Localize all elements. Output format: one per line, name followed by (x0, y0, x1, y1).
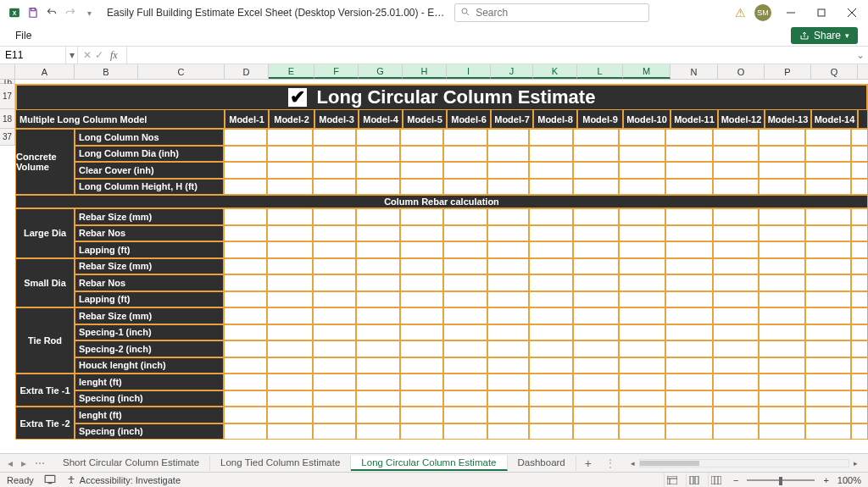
data-cell[interactable] (356, 162, 400, 179)
data-cell[interactable] (619, 291, 666, 308)
data-cell[interactable] (619, 162, 666, 179)
data-cell[interactable] (529, 374, 573, 390)
data-cell[interactable] (805, 340, 852, 357)
column-header-Q[interactable]: Q (811, 64, 858, 79)
data-cell[interactable] (487, 146, 530, 163)
data-cell[interactable] (356, 291, 400, 308)
data-cell[interactable] (400, 423, 444, 440)
share-button[interactable]: Share ▾ (791, 27, 858, 44)
data-cell[interactable] (573, 324, 619, 341)
data-cell[interactable] (805, 162, 852, 179)
data-cell[interactable] (529, 241, 573, 258)
data-cell[interactable] (851, 374, 868, 390)
data-cell[interactable] (759, 258, 805, 275)
column-header-A[interactable]: A (15, 64, 75, 79)
data-cell[interactable] (665, 208, 713, 225)
page-break-view-button[interactable] (708, 473, 725, 487)
sheet-tab[interactable]: Short Circular Column Estimate (53, 456, 210, 471)
data-cell[interactable] (619, 307, 666, 324)
data-cell[interactable] (851, 307, 868, 324)
data-cell[interactable] (573, 274, 619, 291)
data-cell[interactable] (851, 129, 868, 146)
user-avatar[interactable]: SM (754, 4, 771, 21)
data-cell[interactable] (400, 274, 444, 291)
data-cell[interactable] (400, 324, 444, 341)
data-cell[interactable] (529, 225, 573, 242)
data-cell[interactable] (443, 407, 487, 423)
data-cell[interactable] (224, 179, 268, 196)
data-cell[interactable] (759, 274, 805, 291)
sheet-tab[interactable]: Dashboard (508, 456, 576, 471)
sheet-tab[interactable]: Long Circular Column Estimate (351, 456, 507, 471)
data-cell[interactable] (267, 162, 313, 179)
data-cell[interactable] (619, 374, 666, 390)
data-cell[interactable] (851, 258, 868, 275)
data-cell[interactable] (665, 340, 713, 357)
data-cell[interactable] (713, 241, 760, 258)
data-cell[interactable] (443, 241, 487, 258)
data-cell[interactable] (713, 423, 760, 440)
data-cell[interactable] (759, 340, 805, 357)
tabs-next-icon[interactable]: ▸ (19, 457, 29, 469)
scroll-left-icon[interactable]: ◂ (627, 459, 639, 468)
data-cell[interactable] (619, 407, 666, 423)
data-cell[interactable] (759, 162, 805, 179)
data-cell[interactable] (443, 291, 487, 308)
data-cell[interactable] (224, 208, 268, 225)
page-layout-view-button[interactable] (686, 473, 703, 487)
data-cell[interactable] (619, 241, 666, 258)
data-cell[interactable] (224, 146, 268, 163)
data-cell[interactable] (313, 225, 357, 242)
data-cell[interactable] (267, 179, 313, 196)
data-cell[interactable] (400, 129, 444, 146)
data-cell[interactable] (805, 357, 852, 374)
data-cell[interactable] (529, 162, 573, 179)
data-cell[interactable] (713, 340, 760, 357)
data-cell[interactable] (529, 274, 573, 291)
data-cell[interactable] (267, 225, 313, 242)
data-cell[interactable] (713, 179, 760, 196)
qat-dropdown-icon[interactable]: ▾ (80, 3, 98, 22)
data-cell[interactable] (356, 423, 400, 440)
column-header-N[interactable]: N (670, 64, 718, 79)
column-header-L[interactable]: L (577, 64, 623, 79)
display-settings-icon[interactable] (44, 474, 56, 486)
data-cell[interactable] (529, 258, 573, 275)
data-cell[interactable] (805, 324, 852, 341)
data-cell[interactable] (851, 179, 868, 196)
data-cell[interactable] (573, 179, 619, 196)
data-cell[interactable] (487, 423, 530, 440)
data-cell[interactable] (400, 357, 444, 374)
data-cell[interactable] (851, 357, 868, 374)
data-cell[interactable] (665, 258, 713, 275)
data-cell[interactable] (224, 162, 268, 179)
data-cell[interactable] (443, 374, 487, 390)
data-cell[interactable] (224, 241, 268, 258)
data-cell[interactable] (529, 129, 573, 146)
data-cell[interactable] (313, 324, 357, 341)
data-cell[interactable] (487, 241, 530, 258)
data-cell[interactable] (529, 423, 573, 440)
warning-icon[interactable]: ⚠ (735, 6, 746, 19)
data-cell[interactable] (224, 291, 268, 308)
data-cell[interactable] (619, 179, 666, 196)
data-cell[interactable] (665, 179, 713, 196)
data-cell[interactable] (356, 179, 400, 196)
data-cell[interactable] (267, 258, 313, 275)
zoom-in-button[interactable]: + (820, 475, 832, 485)
data-cell[interactable] (619, 258, 666, 275)
tabs-prev-icon[interactable]: ◂ (5, 457, 15, 469)
data-cell[interactable] (267, 274, 313, 291)
data-cell[interactable] (759, 407, 805, 423)
data-cell[interactable] (619, 129, 666, 146)
column-header-C[interactable]: C (138, 64, 225, 79)
data-cell[interactable] (487, 374, 530, 390)
data-cell[interactable] (573, 307, 619, 324)
data-cell[interactable] (573, 357, 619, 374)
data-cell[interactable] (487, 179, 530, 196)
data-cell[interactable] (805, 291, 852, 308)
data-cell[interactable] (665, 162, 713, 179)
scrollbar-thumb[interactable] (640, 461, 699, 466)
maximize-button[interactable] (810, 2, 832, 24)
data-cell[interactable] (805, 241, 852, 258)
